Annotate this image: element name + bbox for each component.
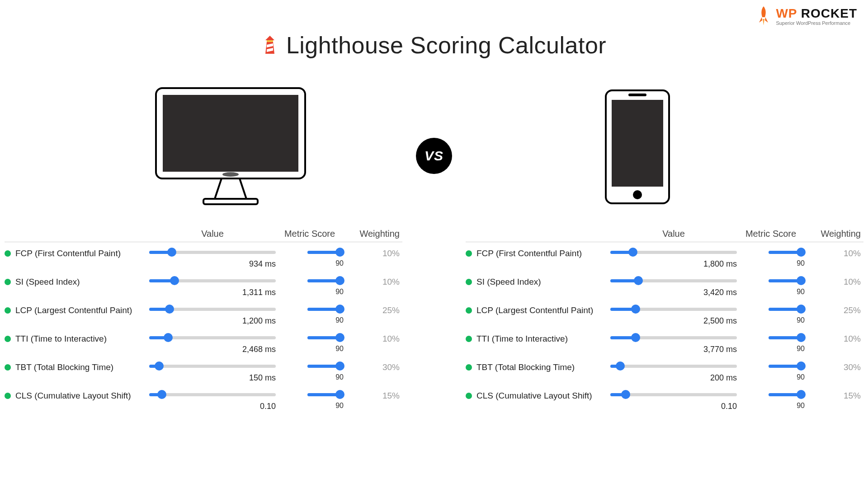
metric-value: 150 ms [149, 373, 276, 383]
status-dot-icon [5, 279, 11, 285]
metric-row: TTI (Time to Interactive) 2,468 ms 90 10… [5, 328, 402, 356]
metric-score: 90 [737, 259, 805, 267]
score-slider[interactable] [307, 305, 344, 313]
brand-tagline: Superior WordPress Performance [776, 21, 857, 26]
col-header-weight: Weighting [805, 229, 863, 239]
metric-value: 2,500 ms [610, 316, 737, 326]
metric-label: SI (Speed Index) [476, 277, 541, 287]
metric-name: SI (Speed Index) [466, 277, 610, 287]
metric-value: 3,770 ms [610, 345, 737, 354]
metric-name: CLS (Cumulative Layout Shift) [466, 391, 610, 401]
value-slider[interactable] [149, 249, 276, 256]
status-dot-icon [5, 393, 11, 399]
metric-label: CLS (Cumulative Layout Shift) [15, 391, 131, 401]
score-slider[interactable] [307, 334, 344, 341]
metric-score: 90 [276, 345, 344, 353]
metric-value: 1,311 ms [149, 288, 276, 297]
metric-name: TTI (Time to Interactive) [466, 334, 610, 344]
metric-value: 3,420 ms [610, 288, 737, 297]
metric-label: TTI (Time to Interactive) [476, 334, 568, 344]
metric-row: TBT (Total Blocking Time) 200 ms 90 30% [466, 356, 863, 385]
score-slider[interactable] [769, 362, 805, 370]
svg-rect-1 [267, 40, 273, 42]
col-header-weight: Weighting [344, 229, 402, 239]
metric-label: FCP (First Contentful Paint) [476, 249, 582, 258]
value-slider[interactable] [149, 334, 276, 341]
metric-score: 90 [276, 402, 344, 410]
score-slider[interactable] [769, 249, 805, 256]
metric-row: FCP (First Contentful Paint) 1,800 ms 90… [466, 242, 863, 271]
metric-weight: 10% [344, 334, 402, 344]
brand-name: WP ROCKET [776, 7, 857, 20]
score-slider[interactable] [307, 362, 344, 370]
metric-name: LCP (Largest Contentful Paint) [5, 305, 149, 315]
metric-label: CLS (Cumulative Layout Shift) [476, 391, 592, 401]
metric-value: 934 ms [149, 259, 276, 269]
metric-label: LCP (Largest Contentful Paint) [476, 305, 593, 315]
score-slider[interactable] [769, 305, 805, 313]
lighthouse-icon [262, 36, 278, 55]
metric-weight: 25% [344, 305, 402, 315]
svg-point-13 [633, 190, 642, 199]
metric-weight: 10% [344, 277, 402, 287]
metric-label: FCP (First Contentful Paint) [15, 249, 121, 258]
value-slider[interactable] [610, 334, 737, 341]
metric-name: TBT (Total Blocking Time) [5, 362, 149, 372]
svg-rect-12 [628, 94, 646, 96]
metric-row: CLS (Cumulative Layout Shift) 0.10 90 15… [466, 385, 863, 413]
svg-rect-6 [163, 95, 298, 172]
metric-score: 90 [276, 288, 344, 296]
metric-weight: 15% [344, 391, 402, 401]
metric-name: LCP (Largest Contentful Paint) [466, 305, 610, 315]
metric-weight: 10% [805, 249, 863, 258]
metric-row: LCP (Largest Contentful Paint) 2,500 ms … [466, 299, 863, 328]
metric-row: SI (Speed Index) 3,420 ms 90 10% [466, 271, 863, 299]
metric-name: FCP (First Contentful Paint) [466, 249, 610, 258]
metrics-header: Value Metric Score Weighting [5, 226, 402, 242]
status-dot-icon [5, 307, 11, 314]
score-slider[interactable] [769, 334, 805, 341]
status-dot-icon [466, 393, 472, 399]
metric-weight: 30% [805, 362, 863, 372]
value-slider[interactable] [149, 277, 276, 284]
score-slider[interactable] [769, 277, 805, 284]
metric-label: TTI (Time to Interactive) [15, 334, 107, 344]
svg-marker-0 [265, 36, 274, 40]
value-slider[interactable] [149, 362, 276, 370]
col-header-score: Metric Score [737, 229, 805, 239]
metric-weight: 10% [805, 334, 863, 344]
metric-value: 200 ms [610, 373, 737, 383]
metric-row: SI (Speed Index) 1,311 ms 90 10% [5, 271, 402, 299]
metric-score: 90 [737, 373, 805, 381]
svg-point-7 [222, 172, 239, 177]
value-slider[interactable] [149, 305, 276, 313]
value-slider[interactable] [610, 391, 737, 398]
value-slider[interactable] [610, 305, 737, 313]
value-slider[interactable] [149, 391, 276, 398]
status-dot-icon [466, 336, 472, 342]
score-slider[interactable] [769, 391, 805, 398]
metric-name: SI (Speed Index) [5, 277, 149, 287]
value-slider[interactable] [610, 277, 737, 284]
col-header-value: Value [149, 229, 276, 239]
metric-score: 90 [737, 402, 805, 410]
status-dot-icon [466, 364, 472, 371]
status-dot-icon [466, 307, 472, 314]
metric-row: TTI (Time to Interactive) 3,770 ms 90 10… [466, 328, 863, 356]
score-slider[interactable] [307, 391, 344, 398]
metric-name: TTI (Time to Interactive) [5, 334, 149, 344]
metric-score: 90 [737, 316, 805, 324]
score-slider[interactable] [307, 277, 344, 284]
metrics-panel-desktop: Value Metric Score Weighting FCP (First … [0, 226, 407, 413]
metric-weight: 25% [805, 305, 863, 315]
metric-label: TBT (Total Blocking Time) [15, 362, 113, 372]
score-slider[interactable] [307, 249, 344, 256]
metric-weight: 10% [805, 277, 863, 287]
metric-label: LCP (Largest Contentful Paint) [15, 305, 132, 315]
metric-score: 90 [276, 373, 344, 381]
value-slider[interactable] [610, 362, 737, 370]
metric-row: LCP (Largest Contentful Paint) 1,200 ms … [5, 299, 402, 328]
value-slider[interactable] [610, 249, 737, 256]
metric-value: 0.10 [149, 402, 276, 411]
metric-row: FCP (First Contentful Paint) 934 ms 90 1… [5, 242, 402, 271]
